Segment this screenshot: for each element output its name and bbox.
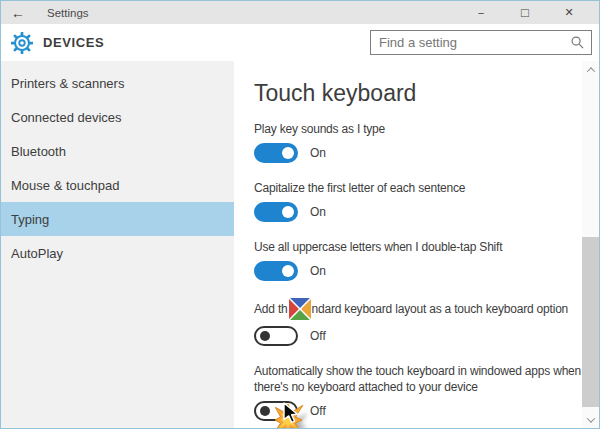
toggle-uppercase[interactable] <box>254 261 298 281</box>
toggle-knob <box>260 331 270 341</box>
setting-row: On <box>254 143 582 163</box>
main-content: Touch keyboard Play key sounds as I type… <box>234 61 582 428</box>
toggle-state-label: Off <box>310 329 326 343</box>
toggle-state-label: On <box>310 205 326 219</box>
toggle-state-label: Off <box>310 404 326 418</box>
toggle-auto-show-keyboard[interactable] <box>254 401 298 421</box>
page-header: DEVICES <box>1 24 599 61</box>
sidebar-item-mouse-touchpad[interactable]: Mouse & touchpad <box>1 168 234 202</box>
titlebar: ← Settings − □ ✕ <box>1 1 599 24</box>
setting-row: On <box>254 202 582 222</box>
sidebar-item-autoplay[interactable]: AutoPlay <box>1 236 234 270</box>
search-input[interactable] <box>379 35 571 50</box>
toggle-knob <box>260 406 270 416</box>
gear-icon <box>11 32 33 54</box>
window-body: Printers & scanners Connected devices Bl… <box>1 61 599 428</box>
sidebar-item-connected-devices[interactable]: Connected devices <box>1 100 234 134</box>
sidebar-item-bluetooth[interactable]: Bluetooth <box>1 134 234 168</box>
toggle-state-label: On <box>310 146 326 160</box>
sidebar: Printers & scanners Connected devices Bl… <box>1 61 234 428</box>
settings-window: ← Settings − □ ✕ DEVICES <box>0 0 600 429</box>
setting-label-auto-show-line1: Automatically show the touch keyboard in… <box>254 363 582 379</box>
sidebar-item-typing[interactable]: Typing <box>1 202 234 236</box>
scrollbar-thumb[interactable] <box>582 237 599 407</box>
toggle-knob <box>282 147 294 159</box>
back-arrow-icon[interactable]: ← <box>11 5 33 21</box>
setting-row: On <box>254 261 582 281</box>
toggle-standard-layout[interactable] <box>254 326 298 346</box>
broken-image-icon <box>289 298 311 320</box>
label-suffix: ndard keyboard layout as a touch keyboar… <box>312 302 569 316</box>
minimize-icon[interactable]: − <box>459 7 503 19</box>
page-title: Touch keyboard <box>254 79 582 107</box>
setting-row: Off <box>254 401 582 421</box>
setting-row: Off <box>254 326 582 346</box>
scrollbar[interactable] <box>582 61 599 428</box>
section-title: DEVICES <box>43 35 104 50</box>
toggle-state-label: On <box>310 264 326 278</box>
search-icon <box>571 36 584 49</box>
setting-label-capitalize: Capitalize the first letter of each sent… <box>254 180 582 196</box>
scrollbar-down-icon[interactable] <box>582 411 599 428</box>
toggle-knob <box>282 265 294 277</box>
label-prefix: Add th <box>254 302 288 316</box>
close-icon[interactable]: ✕ <box>547 6 591 19</box>
toggle-knob <box>282 206 294 218</box>
setting-label-key-sounds: Play key sounds as I type <box>254 121 582 137</box>
setting-label-standard-layout: Add th ndard keyboard layout as a touch … <box>254 298 582 320</box>
maximize-icon[interactable]: □ <box>503 5 547 20</box>
toggle-capitalize[interactable] <box>254 202 298 222</box>
search-box[interactable] <box>370 30 592 55</box>
window-title: Settings <box>47 7 89 19</box>
sidebar-item-printers-scanners[interactable]: Printers & scanners <box>1 66 234 100</box>
toggle-key-sounds[interactable] <box>254 143 298 163</box>
setting-label-uppercase: Use all uppercase letters when I double-… <box>254 239 582 255</box>
window-controls: − □ ✕ <box>459 5 591 20</box>
scrollbar-up-icon[interactable] <box>582 61 599 78</box>
setting-label-auto-show-line2: there's no keyboard attached to your dev… <box>254 379 582 395</box>
